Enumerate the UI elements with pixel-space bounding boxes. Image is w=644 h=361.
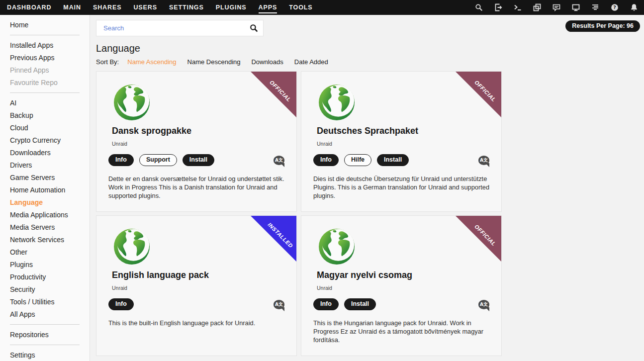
nav-tab-plugins[interactable]: PLUGINS [216,1,247,13]
app-info-button[interactable]: Info [313,298,339,310]
sidebar-item-security[interactable]: Security [10,283,90,296]
sidebar-divider [10,345,80,345]
sidebar-item-repositories[interactable]: Repositories [10,329,90,341]
app-install-button[interactable]: Install [377,154,409,166]
sidebar-item-productivity[interactable]: Productivity [10,271,90,283]
sidebar-item-previous-apps[interactable]: Previous Apps [10,52,90,64]
sort-option-downloads[interactable]: Downloads [251,58,283,66]
app-description: This is the built-in English language pa… [108,319,285,327]
results-per-page-badge[interactable]: Results Per Page: 96 [565,20,640,32]
nav-tab-label: MAIN [63,4,81,11]
ribbon-label: OFFICIAL [460,71,502,116]
app-card: OFFICIAL Deutsches Sprachpaket Unraid In… [301,71,502,212]
svg-text:?: ? [613,4,616,10]
nav-tabs: DASHBOARDMAINSHARESUSERSSETTINGSPLUGINSA… [7,1,325,13]
ribbon-label: INSTALLED [256,215,297,260]
app-description: This is the Hungarian language pack for … [313,319,490,344]
nav-tab-apps[interactable]: APPS [259,1,277,13]
app-title: Deutsches Sprachpaket [317,126,489,136]
notifications-icon[interactable] [630,3,638,11]
ribbon-label: OFFICIAL [256,71,297,116]
sidebar-item-cloud[interactable]: Cloud [10,122,90,134]
app-card: INSTALLED English language pack Unraid I… [96,215,297,356]
sort-bar: Sort By: Name AscendingName DescendingDo… [96,58,644,66]
app-install-button[interactable]: Install [344,298,376,310]
globe-icon [112,228,152,265]
sidebar-item-all-apps[interactable]: All Apps [10,308,90,321]
translate-icon[interactable]: A文 [274,300,284,309]
sidebar-item-tools-utilities[interactable]: Tools / Utilities [10,296,90,308]
sidebar-item-media-servers[interactable]: Media Servers [10,221,90,234]
app-install-button[interactable]: Install [183,154,214,166]
app-author: Unraid [317,141,489,147]
sidebar-item-downloaders[interactable]: Downloaders [10,147,90,159]
ribbon-official: OFFICIAL [456,216,501,262]
sidebar-item-home-automation[interactable]: Home Automation [10,184,90,196]
sidebar-item-settings[interactable]: Settings [10,349,90,361]
logout-icon[interactable] [494,3,502,11]
sidebar-item-backup[interactable]: Backup [10,109,90,122]
nav-tab-shares[interactable]: SHARES [93,1,122,13]
nav-tab-dashboard[interactable]: DASHBOARD [7,1,51,13]
globe-icon [112,84,152,121]
nav-tab-settings[interactable]: SETTINGS [169,1,204,13]
top-nav: DASHBOARDMAINSHARESUSERSSETTINGSPLUGINSA… [0,0,644,15]
sidebar-divider [10,92,80,93]
nav-tab-label: USERS [133,4,157,11]
main-content: Results Per Page: 96 Language Sort By: N… [90,15,644,361]
sidebar-item-crypto-currency[interactable]: Crypto Currency [10,134,90,147]
log-icon[interactable] [591,3,599,11]
sidebar-item-language[interactable]: Language [10,196,90,209]
app-card-grid: OFFICIAL Dansk sprogpakke Unraid InfoSup… [96,71,644,356]
nav-tab-label: DASHBOARD [7,4,51,11]
nav-tab-label: SETTINGS [169,4,204,11]
app-info-button[interactable]: Info [313,154,339,166]
ribbon-label: OFFICIAL [460,215,502,260]
app-info-button[interactable]: Info [108,154,134,166]
app-actions: InfoSupportInstall A文 [108,154,284,166]
sort-option-date-added[interactable]: Date Added [294,58,328,66]
feedback-icon[interactable] [552,3,560,11]
nav-tab-label: SHARES [93,4,122,11]
sidebar: HomeInstalled AppsPrevious AppsPinned Ap… [0,15,90,361]
sidebar-item-network-services[interactable]: Network Services [10,234,90,246]
sidebar-item-other[interactable]: Other [10,246,90,259]
nav-tab-label: APPS [259,4,277,11]
nav-tab-label: PLUGINS [216,4,247,11]
search-bar [96,20,264,36]
sidebar-item-plugins[interactable]: Plugins [10,259,90,271]
ribbon-installed: INSTALLED [251,216,296,262]
sort-options: Name AscendingName DescendingDownloadsDa… [127,58,339,66]
app-support-button[interactable]: Support [139,154,177,166]
translate-icon[interactable]: A文 [274,156,284,165]
sidebar-item-home[interactable]: Home [10,19,90,31]
sort-option-name-ascending[interactable]: Name Ascending [127,58,176,66]
sidebar-item-media-applications[interactable]: Media Applications [10,209,90,221]
nav-tab-main[interactable]: MAIN [63,1,81,13]
monitor-icon[interactable] [572,3,580,11]
nav-icon-bar: ? [475,3,638,11]
search-icon[interactable] [250,24,258,32]
nav-tab-tools[interactable]: TOOLS [289,1,312,13]
translate-icon[interactable]: A文 [478,156,489,165]
globe-icon [317,228,357,265]
app-hilfe-button[interactable]: Hilfe [344,154,371,166]
copy-icon[interactable] [533,3,541,11]
sidebar-item-game-servers[interactable]: Game Servers [10,172,90,184]
translate-icon[interactable]: A文 [478,300,489,309]
app-info-button[interactable]: Info [108,298,134,310]
sidebar-item-installed-apps[interactable]: Installed Apps [10,39,90,52]
help-icon[interactable]: ? [611,3,619,11]
sidebar-item-drivers[interactable]: Drivers [10,159,90,172]
search-input[interactable] [102,24,250,32]
app-title: Magyar nyelvi csomag [317,270,489,280]
sidebar-item-ai[interactable]: AI [10,97,90,109]
terminal-icon[interactable] [514,3,522,11]
app-actions: InfoHilfeInstall A文 [313,154,489,166]
nav-tab-users[interactable]: USERS [133,1,157,13]
app-author: Unraid [317,285,489,291]
app-card: OFFICIAL Magyar nyelvi csomag Unraid Inf… [301,215,502,356]
ribbon-official: OFFICIAL [251,72,296,117]
sort-option-name-descending[interactable]: Name Descending [187,58,241,66]
search-icon[interactable] [475,3,483,11]
